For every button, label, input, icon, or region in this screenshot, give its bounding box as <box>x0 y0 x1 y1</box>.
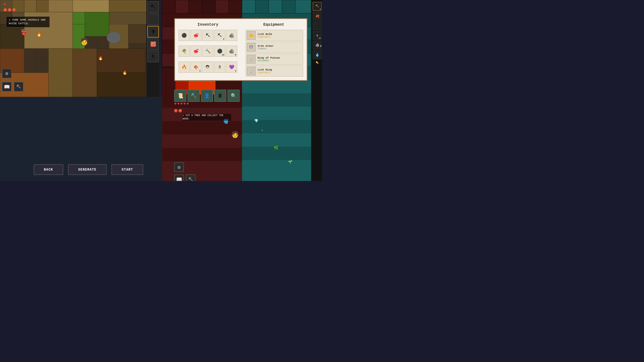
action-slot-scroll[interactable]: 📜 <box>174 90 186 102</box>
iron-armor-icon: 🛡 <box>247 43 256 52</box>
inv-cell-3[interactable]: ⛏2 <box>214 30 225 41</box>
equip-iron-armor[interactable]: 🛡 Iron Armor Common <box>246 42 303 53</box>
player-character: 🧑 <box>80 38 88 46</box>
dark-row-8 <box>162 148 242 161</box>
pickaxe-button-left[interactable]: ⛏ <box>14 82 24 92</box>
r-heart-1: ♥ <box>174 102 177 106</box>
pickaxe-button-right[interactable]: ⛏ <box>186 174 196 181</box>
r-orb-2 <box>178 109 182 112</box>
teal-bot-2 <box>242 106 311 120</box>
orb-1 <box>4 8 7 12</box>
r-heart-5: ♥ <box>186 102 189 106</box>
equip-lich-ring[interactable]: 💍 Lich Ring Legendary <box>246 66 303 76</box>
quest-text-right: ★ CUT A TREE AND COLLECT THE WOOD. <box>183 114 231 121</box>
generate-button[interactable]: GENERATE <box>68 164 106 175</box>
far-right-slot-potion[interactable]: ⚗ 16 <box>313 31 322 40</box>
inv-cell-0[interactable]: ⚫ <box>178 30 190 41</box>
equip-lich-helm[interactable]: 👑 Lich Helm Legendary <box>246 30 303 41</box>
r-heart-4: ♥ <box>184 102 186 106</box>
far-right-slot-pickaxe[interactable]: ⛏ 4 <box>313 2 322 11</box>
dark-row-7 <box>162 134 242 148</box>
plant-2: 🌱 <box>288 160 292 164</box>
teal-bot-6 <box>242 160 311 181</box>
inv-cell-7[interactable]: 🔨 <box>202 46 214 57</box>
back-button[interactable]: BACK <box>34 164 63 175</box>
fr-pickaxe-icon: ⛏ <box>316 4 319 8</box>
iron-armor-name: Iron Armor <box>258 44 274 48</box>
lich-helm-rarity: Legendary <box>258 36 272 38</box>
far-right-slot-empty[interactable] <box>313 21 322 30</box>
teal-bot-4 <box>242 133 311 146</box>
lich-ring-rarity: Legendary <box>258 71 272 74</box>
teal-bot-3 <box>242 120 311 133</box>
campfire-3: 🔥 <box>122 70 127 75</box>
right-player-character: 🧑 <box>231 131 239 138</box>
inv-cell-11[interactable]: 🍖1 <box>190 62 202 73</box>
pickaxe-icon: ⛏ <box>151 4 156 10</box>
dark-tile-lava-adj <box>162 68 176 94</box>
equipment-section-header: Equipment <box>244 22 303 27</box>
sidebar-slot-sword[interactable]: 🗡 <box>147 26 159 38</box>
fr-drop-icon: 💧 <box>315 53 319 57</box>
inv-cell-5[interactable]: 🌴 <box>178 46 190 57</box>
teal-bot-1 <box>242 93 311 106</box>
sidebar-slot-pickaxe[interactable]: ⛏ <box>147 1 159 13</box>
inv-cell-8[interactable]: ⚫12 <box>214 46 225 57</box>
inv-cell-9[interactable]: 🪨8 <box>226 46 237 57</box>
inv-cell-6[interactable]: 🥩 <box>190 46 202 57</box>
inv-cell-12[interactable]: ⛑ <box>202 62 214 73</box>
action-bar-right: 📜 🔨 👤 🗑 🔍 <box>174 90 240 102</box>
inv-cell-4[interactable]: 🪨 <box>226 30 237 41</box>
far-right-slot-leaf[interactable]: 🍂 <box>313 12 322 20</box>
sidebar-slot-block[interactable]: 🧱 <box>147 38 159 50</box>
fr-rock-icon: 🪨 <box>315 43 319 47</box>
fr-potion-count: 💊 <box>316 61 318 64</box>
inv-cell-1[interactable]: 🥩 <box>190 30 202 41</box>
equip-ring-poison[interactable]: 💍 Ring of Poison Uncommon <box>246 54 303 65</box>
fr-count-4: 4 <box>320 8 321 10</box>
ring-poison-name: Ring of Poison <box>258 56 280 59</box>
inv-cell-13[interactable]: 🕯 <box>214 62 225 73</box>
r-orb-1 <box>174 109 178 112</box>
fr-leaf-icon: 🍂 <box>315 14 319 18</box>
torch-icon: 🕯 <box>151 54 156 59</box>
campfire-2: 🔥 <box>98 56 103 60</box>
orb-2 <box>8 8 12 12</box>
book-button-right[interactable]: 📖 <box>174 174 184 181</box>
right-game-panel: 🧑 💎 ✦ 🌿 🌱 🪣 Inventory Equipment ⚫ 🥩 ⛏ <box>162 0 322 181</box>
lich-ring-icon: 💍 <box>247 67 256 75</box>
health-display: ♥ <box>4 2 16 12</box>
settings-button-right[interactable]: ⚙ <box>174 162 184 172</box>
sidebar-slot-empty-1[interactable] <box>147 14 159 25</box>
iron-armor-info: Iron Armor Common <box>258 44 274 50</box>
action-slot-magnify[interactable]: 🔍 <box>228 90 240 102</box>
lich-helm-icon: 👑 <box>247 31 256 40</box>
quest-star-right: ★ <box>183 114 186 117</box>
book-button-left[interactable]: 📖 <box>2 82 12 92</box>
fr-num-2: 2 <box>320 45 322 48</box>
inv-cell-10[interactable]: 🔥 <box>178 62 190 73</box>
inv-cell-14[interactable]: 💜1 <box>226 62 237 73</box>
sidebar-slot-torch[interactable]: 🕯 <box>147 51 159 62</box>
action-slot-hammer[interactable]: 🔨 <box>188 90 200 102</box>
inventory-body: ⚫ 🥩 ⛏ ⛏2 🪨 🌴 🥩 🔨 ⚫12 🪨8 🔥 🍖1 ⛑ 🕯 💜1 <box>178 30 303 76</box>
item-sidebar-left: ⛏ 🗡 🧱 🕯 <box>146 0 160 97</box>
plant-1: 🌿 <box>274 146 278 150</box>
gem-2: ✦ <box>262 128 263 132</box>
inventory-section: Inventory <box>178 22 237 27</box>
r-heart-2: ♥ <box>177 102 180 106</box>
gem-1: 💎 <box>254 119 258 123</box>
heart-1: ♥ <box>4 2 6 7</box>
far-right-slot-drop[interactable]: 💧 <box>313 50 322 59</box>
action-slot-trash[interactable]: 🗑 <box>214 90 226 102</box>
fr-potion-icon: ⚗ <box>316 34 318 38</box>
lich-ring-info: Lich Ring Legendary <box>258 68 272 74</box>
settings-button-left[interactable]: ⚙ <box>2 68 12 78</box>
start-button[interactable]: START <box>112 164 143 175</box>
equipment-title: Equipment <box>263 22 284 27</box>
action-slot-person[interactable]: 👤 <box>201 90 213 102</box>
iron-armor-rarity: Common <box>258 48 274 50</box>
ring-poison-info: Ring of Poison Uncommon <box>258 56 280 62</box>
ring-poison-rarity: Uncommon <box>258 59 280 62</box>
inv-cell-2[interactable]: ⛏ <box>202 30 214 41</box>
